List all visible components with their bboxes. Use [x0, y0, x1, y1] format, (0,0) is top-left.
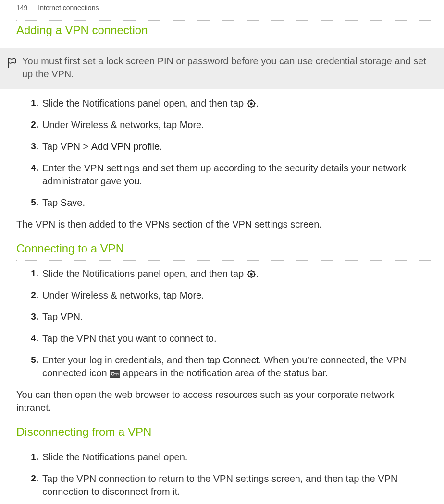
text-fragment: Tap	[42, 141, 61, 152]
section-title: Disconnecting from a VPN	[16, 425, 151, 438]
text-fragment: Under Wireless & networks, tap	[42, 290, 180, 300]
step-5: 5. Tap Save.	[24, 196, 431, 209]
step-4: 4. Enter the VPN settings and set them u…	[24, 162, 431, 188]
step-text: Tap VPN > Add VPN profile.	[42, 140, 431, 153]
text-fragment: Under Wireless & networks, tap	[42, 120, 180, 130]
section-title: Connecting to a VPN	[16, 242, 124, 255]
step-text: Under Wireless & networks, tap More.	[42, 119, 431, 132]
flag-icon	[6, 57, 18, 69]
text-fragment: Enter your log in credentials, and then …	[42, 355, 223, 365]
text-fragment: .	[201, 290, 204, 300]
page-number: 149	[16, 4, 27, 12]
svg-point-1	[250, 102, 252, 105]
bold-term: More	[180, 120, 202, 130]
text-fragment: .	[80, 312, 83, 322]
step-4: 4. Tap the VPN that you want to connect …	[24, 332, 431, 345]
step-number: 5.	[24, 196, 38, 209]
notice-text: You must first set a lock screen PIN or …	[22, 55, 431, 81]
step-number: 1.	[24, 451, 38, 463]
step-number: 2.	[24, 289, 38, 301]
svg-point-11	[250, 273, 252, 275]
page-header: 149 Internet connections	[0, 0, 444, 20]
steps-list: 1. Slide the Notifications panel open. 2…	[16, 451, 431, 498]
step-1: 1. Slide the Notifications panel open, a…	[24, 267, 431, 280]
svg-line-8	[248, 106, 249, 107]
step-number: 3.	[24, 311, 38, 323]
text-fragment: Slide the Notifications panel open, and …	[42, 98, 247, 108]
settings-gear-icon	[247, 99, 256, 108]
step-2: 2. Under Wireless & networks, tap More.	[24, 289, 431, 302]
chapter-title: Internet connections	[38, 4, 99, 12]
bold-term: Connect	[223, 355, 259, 365]
text-fragment: .	[201, 120, 204, 130]
settings-gear-icon	[247, 269, 256, 279]
section-heading-disconnecting-vpn: Disconnecting from a VPN	[16, 422, 431, 444]
section-heading-connecting-vpn: Connecting to a VPN	[16, 239, 431, 261]
svg-line-16	[248, 271, 249, 272]
step-text: Enter your log in credentials, and then …	[42, 354, 431, 380]
bold-term: More	[180, 290, 202, 300]
section2-after-text: You can then open the web browser to acc…	[16, 388, 431, 414]
step-3: 3. Tap VPN.	[24, 311, 431, 324]
text-fragment: appears in the notification area of the …	[123, 368, 328, 378]
notice-box: You must first set a lock screen PIN or …	[0, 48, 444, 89]
text-fragment: Tap	[42, 312, 61, 322]
step-text: Tap the VPN connection to return to the …	[42, 472, 431, 498]
step-2: 2. Under Wireless & networks, tap More.	[24, 119, 431, 132]
step-text: Enter the VPN settings and set them up a…	[42, 162, 431, 188]
section2-body: 1. Slide the Notifications panel open, a…	[0, 267, 444, 414]
svg-line-18	[248, 276, 249, 277]
step-5: 5. Enter your log in credentials, and th…	[24, 354, 431, 380]
svg-line-7	[253, 106, 254, 107]
text-fragment: >	[80, 141, 91, 152]
step-3: 3. Tap VPN > Add VPN profile.	[24, 140, 431, 153]
step-number: 4.	[24, 332, 38, 345]
step-text: Tap Save.	[42, 196, 431, 209]
text-fragment: .	[160, 141, 162, 152]
step-text: Tap the VPN that you want to connect to.	[42, 332, 431, 345]
svg-line-17	[253, 276, 254, 277]
step-number: 3.	[24, 140, 38, 153]
step-text: Tap VPN.	[42, 311, 431, 324]
section-title: Adding a VPN connection	[16, 24, 148, 36]
section3-body: 1. Slide the Notifications panel open. 2…	[0, 451, 444, 498]
svg-line-9	[253, 101, 254, 102]
section-heading-adding-vpn: Adding a VPN connection	[16, 20, 431, 42]
step-number: 4.	[24, 162, 38, 174]
text-fragment: .	[256, 98, 259, 108]
section1-after-text: The VPN is then added to the VPNs sectio…	[16, 218, 431, 231]
step-text: Slide the Notifications panel open.	[42, 451, 431, 464]
vpn-connected-icon	[110, 369, 120, 377]
bold-term: Save	[61, 197, 83, 208]
step-1: 1. Slide the Notifications panel open, a…	[24, 97, 431, 110]
text-fragment: .	[82, 197, 85, 208]
step-number: 5.	[24, 354, 38, 366]
step-1: 1. Slide the Notifications panel open.	[24, 451, 431, 464]
steps-list: 1. Slide the Notifications panel open, a…	[16, 267, 431, 380]
bold-term: VPN	[61, 141, 80, 152]
bold-term: Add VPN profile	[91, 141, 160, 152]
text-fragment: Tap	[42, 197, 61, 208]
text-fragment: Slide the Notifications panel open, and …	[42, 268, 247, 279]
step-number: 2.	[24, 472, 38, 485]
step-number: 2.	[24, 119, 38, 131]
step-2: 2. Tap the VPN connection to return to t…	[24, 472, 431, 498]
step-number: 1.	[24, 97, 38, 109]
steps-list: 1. Slide the Notifications panel open, a…	[16, 97, 431, 209]
svg-line-19	[253, 271, 254, 272]
text-fragment: .	[256, 268, 259, 279]
step-text: Slide the Notifications panel open, and …	[42, 97, 431, 110]
step-number: 1.	[24, 267, 38, 280]
bold-term: VPN	[61, 312, 80, 322]
section1-body: 1. Slide the Notifications panel open, a…	[0, 97, 444, 231]
document-page: 149 Internet connections Adding a VPN co…	[0, 0, 444, 498]
step-text: Under Wireless & networks, tap More.	[42, 289, 431, 302]
step-text: Slide the Notifications panel open, and …	[42, 267, 431, 280]
svg-line-6	[248, 101, 249, 102]
